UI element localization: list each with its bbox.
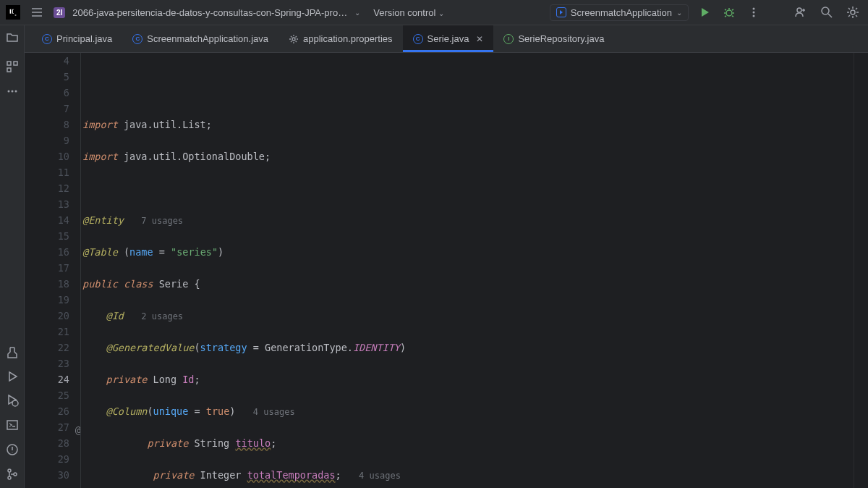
code-content[interactable]: import java.util.List; import java.util.… <box>81 53 854 488</box>
gutter[interactable]: 4567891011121314151617181920212223242526… <box>25 53 81 488</box>
collab-icon[interactable] <box>791 3 810 22</box>
structure-tool-icon[interactable] <box>6 60 19 73</box>
chevron-down-icon: ⌄ <box>676 9 682 17</box>
tab-serie-repo[interactable]: ISerieRepository.java <box>493 25 614 52</box>
svg-point-12 <box>11 91 13 93</box>
run-tool-icon[interactable] <box>7 371 18 382</box>
svg-point-6 <box>822 7 829 14</box>
gear-icon <box>289 34 299 44</box>
svg-rect-10 <box>7 68 11 72</box>
more-icon[interactable] <box>745 4 762 21</box>
code-editor[interactable]: 4567891011121314151617181920212223242526… <box>25 53 868 488</box>
terminal-tool-icon[interactable] <box>6 418 19 432</box>
vcs-tool-icon[interactable] <box>6 468 19 481</box>
class-icon: C <box>413 34 423 44</box>
chevron-down-icon[interactable]: ⌄ <box>354 9 360 17</box>
version-control-menu[interactable]: Version control ⌄ <box>373 7 444 18</box>
run-config-label: ScreenmatchApplication <box>571 7 672 18</box>
editor-area: CPrincipal.java CScreenmatchApplication.… <box>25 25 868 488</box>
svg-point-11 <box>7 91 9 93</box>
main-area: CPrincipal.java CScreenmatchApplication.… <box>0 25 868 488</box>
svg-rect-9 <box>14 62 17 65</box>
debug-button[interactable] <box>720 4 738 21</box>
svg-point-14 <box>12 400 18 406</box>
interface-icon: I <box>503 34 514 44</box>
project-tool-icon[interactable] <box>6 31 19 44</box>
tab-screenmatch-app[interactable]: CScreenmatchApplication.java <box>122 25 278 52</box>
svg-point-20 <box>292 38 295 41</box>
hamburger-icon[interactable] <box>27 3 46 22</box>
svg-rect-8 <box>7 62 11 65</box>
svg-point-2 <box>753 8 755 10</box>
services-tool-icon[interactable] <box>6 394 19 407</box>
run-config-selector[interactable]: ScreenmatchApplication ⌄ <box>550 4 689 21</box>
titlebar: 2I 2066-java-persitencia-de-datos-y-cons… <box>0 0 868 25</box>
marker-rail[interactable] <box>854 53 868 488</box>
svg-point-13 <box>14 91 17 93</box>
project-badge: 2I <box>54 7 65 18</box>
class-icon: C <box>132 34 142 44</box>
svg-point-3 <box>753 12 755 14</box>
tab-principal[interactable]: CPrincipal.java <box>32 25 122 52</box>
run-config-icon <box>556 7 566 17</box>
ide-logo[interactable] <box>6 5 20 20</box>
project-name[interactable]: 2066-java-persitencia-de-datos-y-consult… <box>72 7 347 18</box>
tab-app-properties[interactable]: application.properties <box>278 25 403 52</box>
problems-tool-icon[interactable] <box>6 443 19 456</box>
search-icon[interactable] <box>817 3 836 22</box>
svg-point-17 <box>8 469 11 472</box>
build-tool-icon[interactable] <box>6 346 19 359</box>
run-button[interactable] <box>696 4 713 21</box>
svg-point-7 <box>851 10 855 14</box>
tab-serie[interactable]: CSerie.java✕ <box>403 25 494 52</box>
settings-icon[interactable] <box>843 3 862 22</box>
svg-point-18 <box>8 476 11 479</box>
svg-point-1 <box>726 10 732 16</box>
more-tool-icon[interactable] <box>6 85 19 98</box>
svg-point-4 <box>753 15 755 17</box>
left-tool-rail <box>0 25 25 488</box>
svg-point-5 <box>797 8 801 12</box>
class-icon: C <box>42 34 52 44</box>
editor-tabs: CPrincipal.java CScreenmatchApplication.… <box>25 25 868 53</box>
close-icon[interactable]: ✕ <box>476 34 483 44</box>
svg-point-19 <box>14 473 17 476</box>
